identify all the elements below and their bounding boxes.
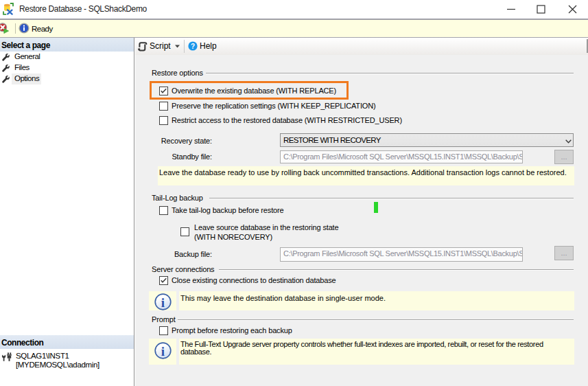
svg-text:i: i bbox=[161, 295, 165, 310]
svg-text:i: i bbox=[161, 344, 165, 359]
svg-text:?: ? bbox=[191, 43, 195, 50]
